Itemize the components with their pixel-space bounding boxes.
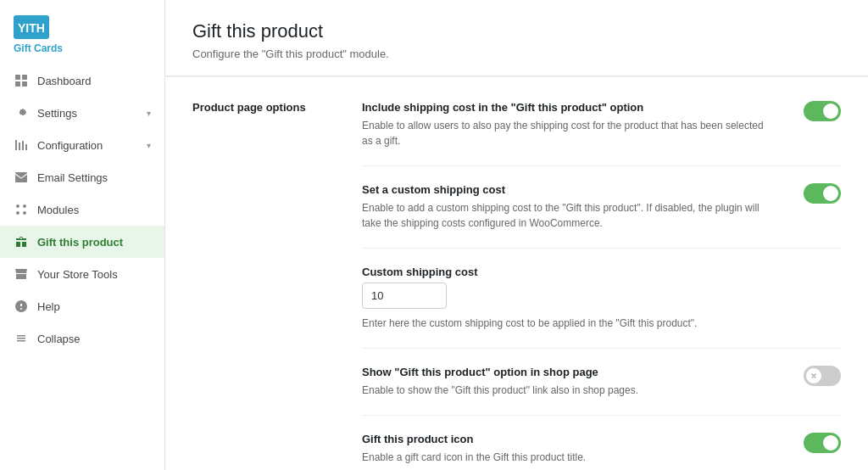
setting-row-gift-icon: Gift this product icon Enable a gift car… (362, 433, 841, 470)
gift-icon (14, 234, 29, 249)
page-header: Gift this product Configure the "Gift th… (165, 0, 868, 76)
toggle-thumb-include-shipping (823, 104, 838, 119)
toggle-track-include-shipping (804, 101, 841, 121)
sidebar-item-configuration-label: Configuration (37, 139, 103, 152)
sidebar-item-settings[interactable]: Settings ▾ (0, 97, 164, 129)
sidebar-item-settings-label: Settings (37, 107, 77, 120)
email-icon (14, 170, 29, 185)
page-title: Gift this product (192, 20, 841, 42)
setting-name-custom-shipping-input: Custom shipping cost (362, 266, 824, 278)
toggle-track-custom-shipping (804, 183, 841, 204)
sidebar: YITH Gift Cards Dashboard Settings ▾ Con… (0, 0, 165, 470)
collapse-icon (14, 331, 29, 346)
setting-desc-custom-shipping-input: Enter here the custom shipping cost to b… (362, 316, 769, 331)
settings-section: Product page options Include shipping co… (165, 77, 868, 470)
svg-rect-4 (15, 81, 20, 87)
setting-row-custom-shipping-input: Custom shipping cost Enter here the cust… (362, 266, 841, 349)
section-label-col: Product page options (192, 101, 362, 470)
toggle-track-gift-icon (804, 433, 841, 453)
svg-point-7 (23, 204, 26, 208)
sidebar-item-help-label: Help (37, 300, 60, 313)
setting-row-custom-shipping-toggle: Set a custom shipping cost Enable to add… (362, 183, 841, 249)
svg-point-6 (16, 204, 19, 208)
sidebar-item-modules-label: Modules (37, 204, 79, 216)
sidebar-item-dashboard-label: Dashboard (37, 75, 92, 87)
svg-rect-3 (22, 75, 27, 80)
toggle-include-shipping[interactable] (804, 101, 841, 121)
sidebar-item-store-tools[interactable]: Your Store Tools (0, 258, 164, 290)
configuration-chevron-icon: ▾ (147, 141, 151, 150)
brand-label: Gift Cards (14, 42, 151, 54)
setting-name-include-shipping: Include shipping cost in the "Gift this … (362, 101, 787, 114)
setting-info-custom-shipping-input: Custom shipping cost Enter here the cust… (362, 266, 841, 331)
setting-desc-include-shipping: Enable to allow users to also pay the sh… (362, 118, 769, 148)
sidebar-item-gift-this-product[interactable]: Gift this product (0, 226, 164, 258)
main-content: Gift this product Configure the "Gift th… (165, 0, 868, 470)
toggle-custom-shipping[interactable] (804, 183, 841, 204)
dashboard-icon (14, 73, 29, 88)
setting-desc-show-shop-page: Enable to show the "Gift this product" l… (362, 383, 769, 398)
setting-desc-gift-icon: Enable a gift card icon in the Gift this… (362, 450, 769, 465)
store-icon (14, 266, 29, 282)
toggle-show-shop-page[interactable] (804, 366, 841, 386)
yith-logo-icon: YITH (14, 15, 49, 39)
sidebar-item-configuration[interactable]: Configuration ▾ (0, 129, 164, 161)
setting-desc-custom-shipping-toggle: Enable to add a custom shipping cost to … (362, 200, 769, 231)
setting-name-gift-icon: Gift this product icon (362, 433, 787, 445)
page-subtitle: Configure the "Gift this product" module… (192, 48, 841, 60)
sidebar-logo-area: YITH Gift Cards (0, 0, 164, 64)
modules-icon (14, 202, 29, 217)
section-label: Product page options (192, 101, 306, 114)
settings-fields: Include shipping cost in the "Gift this … (362, 101, 841, 470)
svg-rect-2 (15, 75, 20, 80)
toggle-track-show-shop-page (804, 366, 841, 386)
sidebar-item-collapse[interactable]: Collapse (0, 322, 164, 355)
sidebar-item-gift-label: Gift this product (37, 236, 123, 249)
settings-chevron-icon: ▾ (147, 109, 151, 118)
content-area: Product page options Include shipping co… (165, 77, 868, 470)
svg-point-9 (23, 211, 26, 215)
setting-row-include-shipping: Include shipping cost in the "Gift this … (362, 101, 841, 166)
sidebar-item-email-settings-label: Email Settings (37, 171, 108, 184)
sidebar-item-dashboard[interactable]: Dashboard (0, 64, 164, 97)
setting-name-show-shop-page: Show "Gift this product" option in shop … (362, 366, 787, 378)
setting-info-gift-icon: Gift this product icon Enable a gift car… (362, 433, 804, 465)
sidebar-item-email-settings[interactable]: Email Settings (0, 161, 164, 193)
svg-text:YITH: YITH (18, 21, 45, 35)
toggle-gift-icon[interactable] (804, 433, 841, 453)
sidebar-item-collapse-label: Collapse (37, 333, 81, 345)
sidebar-nav: Dashboard Settings ▾ Configuration ▾ Ema… (0, 64, 164, 355)
custom-shipping-cost-input[interactable] (362, 283, 447, 309)
toggle-thumb-show-shop-page (806, 368, 821, 383)
svg-rect-5 (22, 81, 27, 87)
help-icon (14, 299, 29, 314)
svg-point-8 (16, 211, 19, 215)
sidebar-item-modules[interactable]: Modules (0, 193, 164, 226)
sidebar-item-help[interactable]: Help (0, 290, 164, 322)
input-group-custom-shipping: Enter here the custom shipping cost to b… (362, 283, 824, 331)
settings-icon (14, 105, 29, 120)
setting-info-custom-shipping-toggle: Set a custom shipping cost Enable to add… (362, 183, 804, 231)
setting-name-custom-shipping-toggle: Set a custom shipping cost (362, 183, 787, 196)
toggle-thumb-gift-icon (823, 435, 838, 450)
toggle-thumb-custom-shipping (823, 186, 838, 201)
setting-info-include-shipping: Include shipping cost in the "Gift this … (362, 101, 804, 148)
sidebar-item-store-tools-label: Your Store Tools (37, 268, 118, 281)
setting-info-show-shop-page: Show "Gift this product" option in shop … (362, 366, 804, 398)
configuration-icon (14, 137, 29, 153)
setting-row-show-shop-page: Show "Gift this product" option in shop … (362, 366, 841, 416)
